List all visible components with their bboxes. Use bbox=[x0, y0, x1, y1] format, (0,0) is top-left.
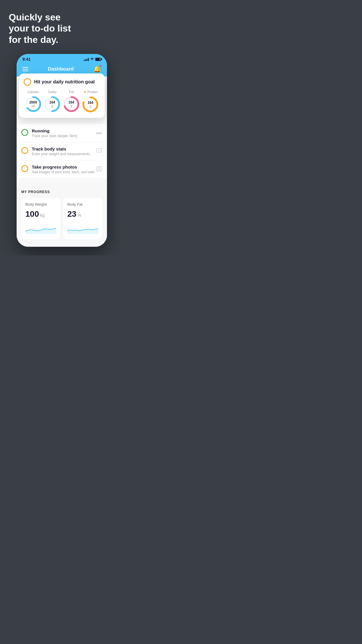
todo-item-body-stats[interactable]: Track body stats Enter your weight and m… bbox=[17, 142, 107, 160]
body-weight-unit: kg bbox=[40, 213, 45, 218]
fat-donut: 164 g bbox=[63, 95, 80, 113]
nutrition-card-title: Hit your daily nutrition goal bbox=[34, 79, 95, 85]
macros-row: Calories 2000 cal bbox=[24, 90, 100, 113]
notification-bell-button[interactable]: 🔔 bbox=[93, 65, 101, 73]
svg-rect-8 bbox=[96, 148, 102, 152]
body-weight-chart bbox=[25, 222, 56, 234]
signal-bar-4 bbox=[88, 58, 89, 61]
macro-fat: Fat 164 g bbox=[63, 90, 80, 113]
app-content: THINGS TO DO TODAY Hit your daily nutrit… bbox=[17, 76, 107, 247]
body-weight-value-row: 100 kg bbox=[25, 209, 56, 219]
body-weight-title: Body Weight bbox=[25, 202, 56, 206]
signal-bar-1 bbox=[84, 60, 85, 61]
body-stats-title: Track body stats bbox=[32, 146, 96, 151]
macro-calories: Calories 2000 cal bbox=[24, 90, 42, 113]
macro-carbs-label: Carbs bbox=[48, 90, 57, 94]
status-bar: 9:41 bbox=[17, 54, 107, 63]
todo-list: Running Track your stats (target: 5km) bbox=[17, 124, 107, 178]
macro-protein: ★ Protein 164 g bbox=[82, 90, 99, 113]
protein-value: 164 bbox=[87, 101, 93, 105]
macro-protein-label: Protein bbox=[87, 90, 98, 94]
notification-dot bbox=[99, 65, 102, 67]
protein-star-icon: ★ bbox=[83, 90, 87, 94]
carbs-value: 164 bbox=[49, 101, 55, 104]
scale-icon bbox=[96, 148, 102, 154]
battery-icon bbox=[95, 58, 101, 61]
hamburger-menu-icon[interactable] bbox=[22, 67, 28, 71]
progress-section: MY PROGRESS Body Weight 100 kg bbox=[17, 184, 107, 247]
nutrition-card[interactable]: Hit your daily nutrition goal Calories 2 bbox=[19, 74, 105, 118]
running-text-group: Running Track your stats (target: 5km) bbox=[32, 128, 96, 138]
carbs-donut-text: 164 g bbox=[49, 101, 55, 108]
person-photo-icon bbox=[96, 166, 102, 174]
progress-header: MY PROGRESS bbox=[21, 190, 102, 194]
body-fat-card[interactable]: Body Fat 23 % bbox=[63, 198, 102, 239]
battery-fill bbox=[96, 58, 100, 60]
macro-protein-label-row: ★ Protein bbox=[83, 90, 98, 94]
carbs-unit: g bbox=[49, 104, 55, 108]
macro-carbs: Carbs 164 g bbox=[43, 90, 61, 113]
spacer bbox=[17, 178, 107, 184]
hero-line1: Quickly see bbox=[9, 12, 61, 22]
macro-calories-label: Calories bbox=[27, 90, 39, 94]
body-fat-value: 23 bbox=[67, 209, 76, 219]
running-subtitle: Track your stats (target: 5km) bbox=[32, 134, 96, 138]
running-title: Running bbox=[32, 128, 96, 133]
hamburger-line-2 bbox=[22, 69, 28, 69]
body-weight-value: 100 bbox=[25, 209, 39, 219]
signal-bar-3 bbox=[87, 59, 87, 61]
hero-line2: your to-do list bbox=[9, 23, 71, 34]
protein-unit: g bbox=[87, 105, 93, 108]
body-fat-unit: % bbox=[78, 213, 81, 218]
hamburger-line-1 bbox=[22, 67, 28, 68]
body-stats-text-group: Track body stats Enter your weight and m… bbox=[32, 146, 96, 156]
body-fat-chart bbox=[67, 222, 98, 234]
calories-donut: 2000 cal bbox=[24, 95, 42, 113]
photos-subtitle: Add images of your front, back, and side bbox=[32, 170, 96, 174]
running-shoe-icon bbox=[96, 130, 102, 136]
calories-donut-text: 2000 cal bbox=[29, 101, 37, 108]
body-fat-title: Body Fat bbox=[67, 202, 98, 206]
signal-bars-icon bbox=[84, 57, 89, 61]
protein-donut-text: 164 g bbox=[87, 101, 93, 108]
nav-title: Dashboard bbox=[48, 66, 74, 72]
hamburger-line-3 bbox=[22, 71, 28, 71]
card-title-row: Hit your daily nutrition goal bbox=[24, 78, 100, 86]
wifi-icon bbox=[90, 57, 94, 62]
macro-fat-label: Fat bbox=[69, 90, 74, 94]
calories-value: 2000 bbox=[29, 101, 37, 104]
fat-donut-text: 164 g bbox=[68, 101, 74, 108]
photos-title: Take progress photos bbox=[32, 164, 96, 169]
body-stats-checkbox[interactable] bbox=[21, 147, 28, 154]
todo-item-running[interactable]: Running Track your stats (target: 5km) bbox=[17, 124, 107, 142]
signal-bar-2 bbox=[85, 59, 86, 61]
bottom-spacer bbox=[21, 239, 102, 244]
hero-line3: for the day. bbox=[9, 34, 58, 45]
progress-cards: Body Weight 100 kg Body Fat bbox=[21, 198, 102, 239]
todo-item-photos[interactable]: Take progress photos Add images of your … bbox=[17, 160, 107, 178]
body-fat-value-row: 23 % bbox=[67, 209, 98, 219]
body-weight-card[interactable]: Body Weight 100 kg bbox=[21, 198, 60, 239]
svg-point-10 bbox=[98, 167, 100, 169]
status-time: 9:41 bbox=[22, 57, 31, 62]
outer-wrapper: Quickly see your to-do list for the day.… bbox=[0, 0, 121, 256]
body-stats-subtitle: Enter your weight and measurements bbox=[32, 152, 96, 156]
status-icons bbox=[84, 57, 101, 62]
running-checkbox[interactable] bbox=[21, 129, 28, 136]
phone-frame: 9:41 bbox=[17, 54, 107, 247]
photos-checkbox[interactable] bbox=[21, 165, 28, 172]
photos-text-group: Take progress photos Add images of your … bbox=[32, 164, 96, 174]
nutrition-checkbox[interactable] bbox=[24, 78, 31, 86]
calories-unit: cal bbox=[29, 104, 37, 108]
carbs-donut: 164 g bbox=[43, 95, 61, 113]
fat-unit: g bbox=[68, 104, 74, 108]
protein-donut: 164 g bbox=[82, 96, 99, 113]
fat-value: 164 bbox=[68, 101, 74, 104]
hero-text: Quickly see your to-do list for the day. bbox=[9, 12, 115, 45]
